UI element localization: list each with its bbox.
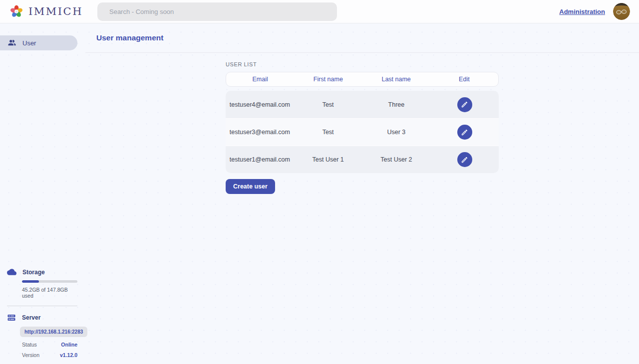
version-label: Version <box>22 352 39 358</box>
cell-first-name: Test User 1 <box>294 156 362 163</box>
user-table-body: testuser4@email.com Test Three te <box>226 91 499 173</box>
content-area: USER LIST Email First name Last name Edi… <box>85 53 639 194</box>
cell-first-name: Test <box>294 129 362 136</box>
storage-section-header: Storage <box>7 267 77 277</box>
server-section-header: Server <box>7 313 77 322</box>
storage-progress-bar <box>22 280 77 283</box>
cell-email: testuser1@email.com <box>226 156 294 163</box>
status-value: Online <box>61 342 77 348</box>
cell-email: testuser4@email.com <box>226 101 294 108</box>
logo-text: IMMICH <box>28 5 83 17</box>
user-table-header: Email First name Last name Edit <box>226 72 499 87</box>
cell-first-name: Test <box>294 101 362 108</box>
topbar-right: Administration <box>559 3 630 20</box>
status-label: Status <box>22 342 37 348</box>
main-panel: User management USER LIST Email First na… <box>85 23 639 364</box>
cell-email: testuser3@email.com <box>226 129 294 136</box>
column-header-email: Email <box>226 76 294 83</box>
edit-user-button[interactable] <box>457 152 472 167</box>
cell-last-name: Three <box>362 101 431 108</box>
cloud-icon <box>7 267 16 277</box>
column-header-last-name: Last name <box>362 76 430 83</box>
edit-user-button[interactable] <box>457 125 472 140</box>
immich-logo[interactable]: IMMICH <box>9 4 83 19</box>
server-icon <box>7 313 16 322</box>
sidebar-divider <box>7 306 77 306</box>
search-input[interactable] <box>97 2 337 21</box>
app-shell: User Storage 45.2GB of 147.8GB used <box>0 23 639 364</box>
version-value: v1.12.0 <box>60 352 77 358</box>
server-status-row: Status Online <box>22 342 77 348</box>
sidebar-item-label: User <box>22 39 36 47</box>
column-header-first-name: First name <box>294 76 362 83</box>
sidebar-footer: Storage 45.2GB of 147.8GB used <box>0 267 85 364</box>
users-icon <box>7 38 16 47</box>
create-user-button[interactable]: Create user <box>226 179 275 194</box>
section-label: USER LIST <box>226 61 499 67</box>
storage-title: Storage <box>22 269 45 276</box>
avatar[interactable] <box>613 3 630 20</box>
edit-user-button[interactable] <box>457 97 472 112</box>
column-header-edit: Edit <box>430 76 498 83</box>
page-header: User management <box>85 23 639 53</box>
table-row: testuser3@email.com Test User 3 <box>226 118 499 146</box>
pencil-icon <box>461 156 468 164</box>
user-list-section: USER LIST Email First name Last name Edi… <box>226 61 499 194</box>
cell-last-name: Test User 2 <box>362 156 431 163</box>
storage-usage-text: 45.2GB of 147.8GB used <box>22 287 77 299</box>
sidebar: User Storage 45.2GB of 147.8GB used <box>0 23 85 364</box>
sidebar-item-user[interactable]: User <box>0 35 77 50</box>
server-url-chip: http://192.168.1.216:2283 <box>20 327 87 337</box>
search-bar <box>97 2 337 21</box>
administration-link[interactable]: Administration <box>559 8 605 15</box>
table-row: testuser4@email.com Test Three <box>226 91 499 118</box>
storage-progress-fill <box>22 280 39 283</box>
top-bar: IMMICH Administration <box>0 0 639 23</box>
cell-last-name: User 3 <box>362 129 431 136</box>
server-title: Server <box>22 314 40 321</box>
server-version-row: Version v1.12.0 <box>22 352 77 358</box>
page-title: User management <box>96 33 163 42</box>
immich-flower-icon <box>9 4 24 19</box>
pencil-icon <box>461 101 468 108</box>
table-row: testuser1@email.com Test User 1 Test Use… <box>226 146 499 173</box>
pencil-icon <box>461 129 468 136</box>
